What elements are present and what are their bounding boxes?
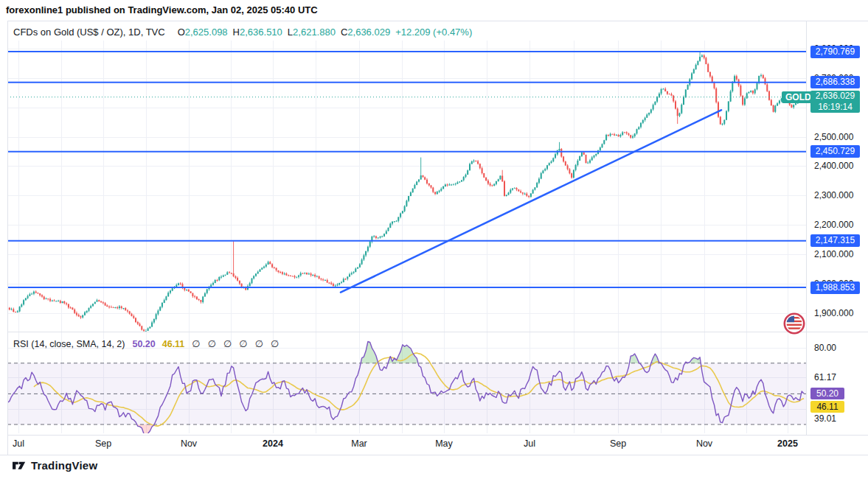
tradingview-wordmark: TradingView (31, 459, 97, 472)
time-axis-label: Nov (696, 438, 712, 449)
rsi-title[interactable]: RSI (14, close, SMA, 14, 2) (13, 339, 125, 349)
price-scale-label: 2,200.000 (814, 219, 853, 231)
rsi-empty-value: ∅ (208, 338, 216, 349)
rsi-pane (7, 342, 806, 437)
price-level-badge: 1,988.853 (810, 282, 860, 294)
widget-top-border (7, 21, 868, 21)
pane-divider[interactable] (7, 332, 868, 332)
publish-header: forexonline1 published on TradingView.co… (6, 4, 318, 15)
rsi-scale-label: 80.00 (814, 342, 836, 354)
chart-canvas[interactable] (0, 0, 868, 479)
tradingview-footer-link[interactable]: TradingView (12, 459, 97, 472)
time-axis-label: Mar (351, 438, 367, 449)
ohlc-value: 2,625.098 (185, 27, 228, 38)
ohlc-key: O (178, 27, 185, 38)
rsi-empty-value: ∅ (223, 338, 232, 349)
time-axis-label: Sep (610, 438, 626, 449)
time-axis-label: Nov (181, 438, 197, 449)
time-axis-label: 2024 (263, 438, 283, 449)
rsi-sma-value: 46.11 (162, 339, 185, 349)
time-axis-label: Sep (95, 438, 111, 449)
price-level-badge: 2,686.338 (810, 76, 860, 88)
widget-left-border (7, 21, 8, 455)
rsi-scale-label: 39.01 (814, 413, 836, 425)
rsi-scale-label: 61.17 (814, 371, 836, 384)
widget-bottom-border (0, 455, 868, 455)
change-value: +12.209 (+0.47%) (395, 27, 472, 38)
price-scale-label: 2,100.000 (814, 248, 853, 261)
bar-countdown: 16:19:14 (810, 102, 860, 113)
rsi-empty-values: ∅∅∅∅∅∅ (184, 339, 279, 349)
price-level-badge: 2,147.315 (810, 234, 860, 247)
rsi-empty-value: ∅ (239, 338, 247, 349)
symbol-legend: CFDs on Gold (US$ / OZ), 1D, TVCO2,625.0… (13, 27, 472, 38)
time-axis-label: 2025 (777, 438, 798, 449)
ohlc-key: H (233, 27, 240, 38)
price-scale-label: 2,300.000 (814, 189, 853, 202)
rsi-empty-value: ∅ (192, 338, 200, 349)
rsi-value-badge: 50.20 (810, 388, 844, 399)
last-price-badge: 2,636.029 16:19:14 (810, 91, 860, 113)
tradingview-screenshot: forexonline1 published on TradingView.co… (0, 0, 868, 479)
symbol-title[interactable]: CFDs on Gold (US$ / OZ), 1D, TVC (13, 27, 165, 38)
time-axis-label: Jul (13, 438, 24, 449)
price-scale-separator[interactable] (806, 21, 807, 435)
ohlc-value: 2,636.510 (240, 27, 282, 38)
symbol-price-flag: GOLD (782, 91, 815, 103)
last-price: 2,636.029 (810, 91, 860, 102)
time-axis-label: Jul (524, 438, 535, 449)
price-scale-label: 2,400.000 (814, 160, 853, 172)
rsi-empty-value: ∅ (271, 338, 279, 349)
ohlc-key: L (288, 27, 293, 38)
price-level-badge: 2,450.729 (810, 145, 860, 158)
rsi-value: 50.20 (132, 339, 155, 349)
rsi-empty-value: ∅ (255, 338, 263, 349)
ohlc-value: 2,636.029 (347, 27, 390, 38)
time-scale-separator (7, 435, 868, 436)
rsi-sma-badge: 46.11 (810, 401, 844, 413)
rsi-legend: RSI (14, close, SMA, 14, 2)50.2046.11∅∅∅… (13, 338, 279, 349)
horizontal-level-lines[interactable] (7, 52, 806, 287)
price-scale-label: 2,500.000 (814, 131, 853, 144)
candlestick-series (7, 52, 805, 332)
ohlc-value: 2,621.880 (293, 27, 336, 38)
ohlc-key: C (341, 27, 347, 38)
ohlc-values: O2,625.098H2,636.510L2,621.880C2,636.029 (173, 27, 391, 38)
price-level-badge: 2,790.769 (810, 46, 860, 58)
us-flag-icon[interactable] (782, 312, 806, 335)
tradingview-logo-icon (12, 459, 26, 472)
time-axis-label: May (435, 438, 453, 449)
price-scale-label: 1,900.000 (814, 307, 853, 320)
